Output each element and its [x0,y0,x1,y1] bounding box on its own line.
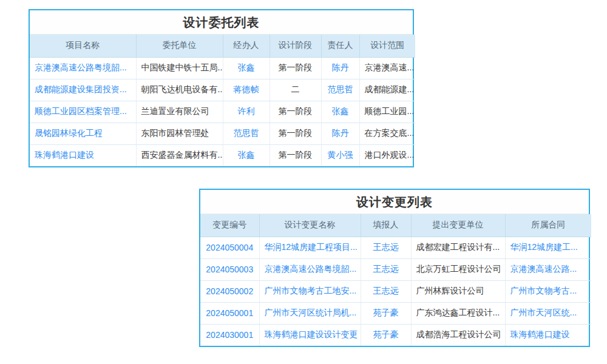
link-cell: 晟铭园林绿化工程 [30,123,136,144]
cell-link[interactable]: 张鑫 [238,150,255,160]
design-commission-title: 设计委托列表 [30,10,413,35]
table-row: 晟铭园林绿化工程东阳市园林管理处范思哲第一阶段陈丹在方案交底... [30,123,415,144]
link-cell: 苑子豪 [361,302,411,324]
column-header-3: 提出变更单位 [411,214,505,237]
cell-link[interactable]: 黄小强 [328,150,353,160]
table-row: 顺德工业园区档案管理...兰迪置业有限公司许利第一阶段张鑫顺德工业园... [30,101,415,123]
cell-link[interactable]: 顺德工业园区档案管理... [35,106,127,116]
cell-link[interactable]: 张鑫 [238,62,255,72]
cell-link[interactable]: 京港澳高速公路... [510,264,577,274]
link-cell: 2024050003 [200,258,259,280]
cell-link[interactable]: 京港澳高速公路粤境韶... [35,62,127,72]
table-row: 珠海鹤港口建设西安盛器金属材料有...张鑫第一阶段黄小强港口外观设... [30,144,415,166]
cell-link[interactable]: 范思哲 [234,128,259,138]
cell-link[interactable]: 晟铭园林绿化工程 [35,128,103,138]
table-row: 京港澳高速公路粤境韶...中国铁建中铁十五局...张鑫第一阶段陈丹京港澳高速..… [30,57,415,79]
cell-link[interactable]: 2024030001 [206,330,253,340]
text-cell: 西安盛器金属材料有... [136,144,223,166]
table-row: 2024050001广州市天河区统计局机...苑子豪广东鸿达鑫工程设计...广州… [200,302,591,324]
link-cell: 广州市天河区统计局机... [259,302,361,324]
text-cell: 东阳市园林管理处 [136,123,223,144]
link-cell: 陈丹 [321,123,359,144]
link-cell: 广州市天河区统... [505,302,591,324]
cell-link[interactable]: 陈丹 [332,128,349,138]
column-header-3: 设计阶段 [270,35,321,57]
link-cell: 黄小强 [321,144,359,166]
table-row: 2024030001珠海鹤港口建设设计变更苑子豪成都浩海工程设计公司珠海鹤港口建… [200,324,591,346]
cell-link[interactable]: 王志远 [373,242,399,252]
text-cell: 京港澳高速... [359,57,415,79]
link-cell: 许利 [223,101,270,123]
text-cell: 成都浩海工程设计公司 [411,324,505,346]
table-row: 2024050002广州市文物考古工地安...王志远广州林辉设计公司广州市文物考… [200,280,591,302]
link-cell: 2024030001 [200,324,259,346]
link-cell: 王志远 [361,258,411,280]
link-cell: 陈丹 [321,57,359,79]
cell-link[interactable]: 2024050002 [206,286,253,296]
cell-link[interactable]: 成都能源建设集团投资... [35,84,127,94]
link-cell: 张鑫 [321,101,359,123]
text-cell: 广东鸿达鑫工程设计... [411,302,505,324]
column-header-0: 变更编号 [200,214,259,237]
text-cell: 第一阶段 [270,123,321,144]
cell-link[interactable]: 珠海鹤港口建设设计变更 [265,329,358,339]
text-cell: 第一阶段 [270,57,321,79]
cell-link[interactable]: 王志远 [373,264,399,274]
link-cell: 蒋德帧 [223,79,270,101]
link-cell: 苑子豪 [361,324,411,346]
link-cell: 成都能源建设集团投资... [30,79,136,101]
text-cell: 成都宏建工程设计有... [411,237,505,258]
link-cell: 2024050002 [200,280,259,302]
text-cell: 在方案交底... [359,123,415,144]
link-cell: 京港澳高速公路粤境韶... [259,258,361,280]
table-row: 2024050004华润12城房建工程项目...王志远成都宏建工程设计有...华… [200,237,591,258]
text-cell: 朝阳飞达机电设备有... [136,79,223,101]
cell-link[interactable]: 范思哲 [328,84,353,94]
link-cell: 王志远 [361,237,411,258]
table-row: 2024050003京港澳高速公路粤境韶...王志远北京万虹工程设计公司京港澳高… [200,258,591,280]
cell-link[interactable]: 广州市文物考古工地安... [265,286,357,295]
link-cell: 张鑫 [223,144,270,166]
cell-link[interactable]: 2024050004 [206,243,253,252]
link-cell: 范思哲 [223,123,270,144]
cell-link[interactable]: 许利 [238,106,255,116]
cell-link[interactable]: 华润12城房建工... [510,242,578,252]
cell-link[interactable]: 张鑫 [332,106,349,116]
text-cell: 兰迪置业有限公司 [136,101,223,123]
text-cell: 广州林辉设计公司 [411,280,505,302]
cell-link[interactable]: 苑子豪 [373,329,399,339]
cell-link[interactable]: 广州市文物考古... [510,286,577,295]
link-cell: 京港澳高速公路粤境韶... [30,57,136,79]
cell-link[interactable]: 华润12城房建工程项目... [265,242,358,252]
page-canvas: 设计委托列表 项目名称委托单位经办人设计阶段责任人设计范围 京港澳高速公路粤境韶… [0,0,607,364]
column-header-1: 委托单位 [136,35,223,57]
cell-link[interactable]: 京港澳高速公路粤境韶... [265,264,357,274]
cell-link[interactable]: 广州市天河区统计局机... [265,308,357,317]
text-cell: 成都能源建... [359,79,415,101]
text-cell: 第一阶段 [270,101,321,123]
link-cell: 珠海鹤港口建设设计变更 [259,324,361,346]
cell-link[interactable]: 蒋德帧 [234,84,259,94]
link-cell: 广州市文物考古... [505,280,591,302]
design-change-header-row: 变更编号设计变更名称填报人提出变更单位所属合同 [200,214,591,237]
link-cell: 2024050001 [200,302,259,324]
text-cell: 二 [270,79,321,101]
cell-link[interactable]: 广州市天河区统... [510,308,577,317]
cell-link[interactable]: 珠海鹤港口建设 [510,329,570,339]
link-cell: 珠海鹤港口建设 [505,324,591,346]
cell-link[interactable]: 2024050003 [206,265,253,274]
cell-link[interactable]: 苑子豪 [373,308,399,317]
design-change-title: 设计变更列表 [200,190,589,214]
column-header-2: 填报人 [361,214,411,237]
cell-link[interactable]: 王志远 [373,286,399,295]
cell-link[interactable]: 2024050001 [206,308,253,318]
column-header-4: 责任人 [321,35,359,57]
design-commission-header-row: 项目名称委托单位经办人设计阶段责任人设计范围 [30,35,415,57]
cell-link[interactable]: 珠海鹤港口建设 [35,150,94,160]
link-cell: 华润12城房建工... [505,237,591,258]
text-cell: 港口外观设... [359,144,415,166]
text-cell: 第一阶段 [270,144,321,166]
link-cell: 范思哲 [321,79,359,101]
text-cell: 北京万虹工程设计公司 [411,258,505,280]
cell-link[interactable]: 陈丹 [332,62,349,72]
